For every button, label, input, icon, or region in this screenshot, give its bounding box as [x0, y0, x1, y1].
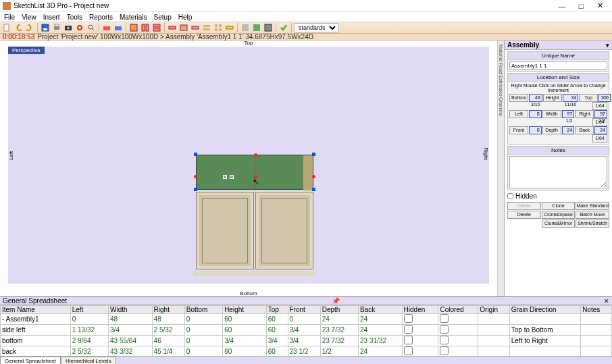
col-header[interactable]: Front [288, 306, 320, 314]
table-cell[interactable]: 3/4 [288, 325, 320, 336]
dim-front-value[interactable]: 0 [529, 126, 542, 134]
sidebar-tab[interactable]: Material [499, 45, 503, 61]
shade-blue-icon[interactable] [113, 22, 124, 33]
col-header[interactable]: Colored [438, 306, 478, 314]
table-cell[interactable] [581, 325, 612, 336]
table-cell[interactable]: 60 [266, 325, 288, 336]
row-checkbox[interactable] [404, 314, 413, 323]
table-cell[interactable]: 60 [223, 314, 267, 325]
red-point-icon[interactable] [254, 153, 257, 157]
clone-mirror-button[interactable]: Clone&Mirror [542, 219, 576, 228]
dim-front-button[interactable]: Front [509, 126, 528, 134]
increment-value[interactable]: 1/64 [592, 102, 607, 110]
col-header[interactable]: Width [109, 306, 153, 314]
check-icon[interactable] [278, 22, 289, 33]
dim-width-button[interactable]: Width [542, 110, 561, 118]
settings-icon[interactable] [74, 22, 85, 33]
sel-point-icon[interactable] [223, 175, 227, 179]
dim-depth-value[interactable]: 24 [562, 126, 575, 134]
table-cell[interactable]: Top to Bottom [509, 325, 580, 336]
table-cell[interactable] [438, 314, 478, 325]
table-cell[interactable]: 43 55/64 [109, 336, 153, 346]
table-cell[interactable]: 60 [266, 346, 288, 357]
dim-back-button[interactable]: Back [575, 126, 594, 134]
dim-depth-button[interactable]: Depth [542, 126, 561, 134]
clone-button[interactable]: Clone [542, 202, 576, 210]
menu-reports[interactable]: Reports [86, 14, 116, 21]
sidebar-tab[interactable]: Read Estimates [499, 63, 503, 96]
row-checkbox[interactable] [404, 346, 413, 355]
table-row[interactable]: back2 5/3243 3/3245 1/40606023 1/21/224 [1, 346, 612, 357]
row-checkbox[interactable] [440, 314, 449, 323]
table-cell[interactable]: 24 [320, 314, 358, 325]
table-cell[interactable] [478, 336, 510, 346]
table-cell[interactable]: 2 5/32 [152, 325, 184, 336]
table-cell[interactable]: 2 9/64 [70, 336, 108, 346]
table-cell[interactable] [402, 314, 438, 325]
table-cell[interactable] [478, 314, 510, 325]
table-cell[interactable]: 43 3/32 [109, 346, 153, 357]
maximize-button[interactable]: □ [571, 2, 590, 10]
table-cell[interactable]: - Assembly1 [1, 314, 71, 325]
resize-handle[interactable] [312, 188, 315, 191]
table-row[interactable]: bottom2 9/6443 55/644603/43/43/423 7/322… [1, 336, 612, 346]
menu-materials[interactable]: Materials [117, 14, 150, 21]
table-cell[interactable]: 45 1/4 [152, 346, 184, 357]
spreadsheet-header[interactable]: General Spreadsheet 📌 ✕ [0, 297, 612, 305]
viewport[interactable]: Perspective Left Right [8, 47, 489, 284]
batch-move-button[interactable]: Batch Move [576, 211, 609, 219]
dim-height-value[interactable]: 34 11/16 [563, 94, 579, 102]
row-checkbox[interactable] [440, 346, 449, 355]
ruler-icon[interactable] [224, 22, 235, 33]
collapse-icon[interactable]: ▾ [606, 42, 609, 49]
row-checkbox[interactable] [404, 325, 413, 334]
spreadsheet-close-icon[interactable]: ✕ [604, 298, 609, 305]
table-cell[interactable] [438, 325, 478, 336]
resize-handle[interactable] [194, 188, 197, 191]
table-cell[interactable]: 3/4 [288, 336, 320, 346]
table-cell[interactable]: back [1, 346, 71, 357]
menu-help[interactable]: Help [176, 14, 195, 21]
table-cell[interactable]: 0 [184, 325, 222, 336]
view-1-icon[interactable] [128, 22, 139, 33]
col-header[interactable]: Hidden [402, 306, 438, 314]
table-cell[interactable]: side left [1, 325, 71, 336]
shrink-stretch-button[interactable]: Shrink/Stretch [576, 219, 609, 228]
dim-left-button[interactable]: Left [509, 110, 528, 118]
row-checkbox[interactable] [404, 336, 413, 344]
shade-c-icon[interactable] [263, 22, 274, 33]
table-cell[interactable]: 48 [109, 314, 153, 325]
dim-left-value[interactable]: 0 [529, 110, 542, 118]
find-icon[interactable] [86, 22, 97, 33]
spreadsheet-pin-icon[interactable]: 📌 [332, 297, 340, 305]
table-cell[interactable] [581, 336, 612, 346]
dim-back-value[interactable]: 24 [594, 126, 607, 134]
table-row[interactable]: - Assembly1048480606002424 [1, 314, 612, 325]
table-cell[interactable]: Left to Right [509, 336, 580, 346]
col-header[interactable]: Right [152, 306, 184, 314]
table-cell[interactable]: 3/4 [266, 336, 288, 346]
table-cell[interactable] [581, 314, 612, 325]
table-cell[interactable] [438, 346, 478, 357]
table-cell[interactable]: 60 [223, 325, 267, 336]
table-cell[interactable]: 24 [359, 314, 403, 325]
menu-setup[interactable]: Setup [151, 14, 174, 21]
clone-space-button[interactable]: Clone&Space [542, 211, 576, 219]
dim-right-value[interactable]: 97 1/2 [594, 110, 607, 118]
col-header[interactable]: Item Name [1, 306, 71, 314]
redo-icon[interactable] [24, 22, 35, 33]
cabinet-right[interactable] [255, 192, 313, 269]
table-cell[interactable]: 0 [288, 314, 320, 325]
close-button[interactable]: ✕ [590, 1, 609, 10]
table-cell[interactable]: 24 [359, 325, 403, 336]
shade-b-icon[interactable] [251, 22, 262, 33]
col-header[interactable]: Origin [478, 306, 510, 314]
table-cell[interactable]: 23 7/32 [320, 336, 358, 346]
sidebar-tab[interactable]: Grainline [499, 97, 503, 116]
table-cell[interactable]: 2 5/32 [70, 346, 108, 357]
shade-a-icon[interactable] [240, 22, 251, 33]
table-cell[interactable]: 60 [223, 346, 267, 357]
increment-value[interactable]: 1/64 [592, 118, 607, 126]
table-cell[interactable]: bottom [1, 336, 71, 346]
view-2-icon[interactable] [140, 22, 151, 33]
